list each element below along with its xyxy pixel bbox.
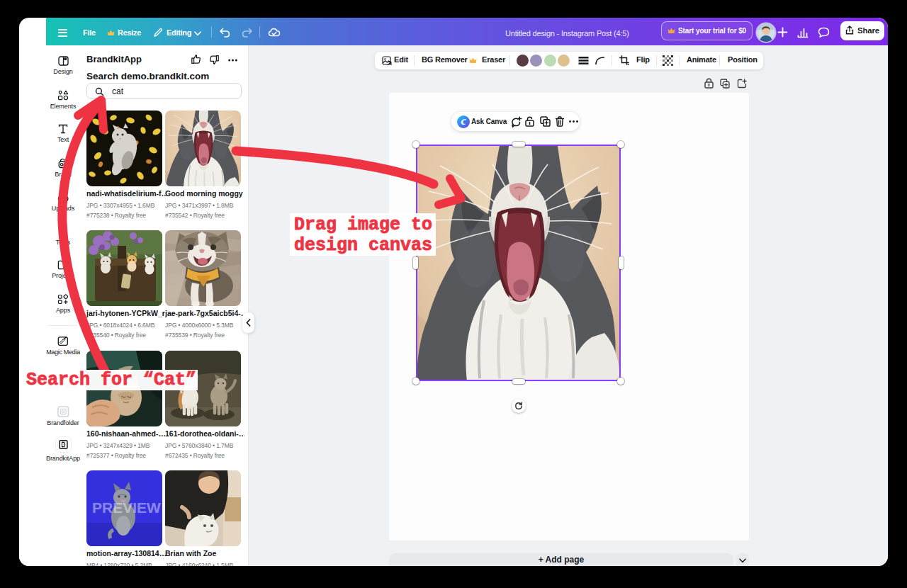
svg-text:PREVIEW: PREVIEW [92,499,161,516]
